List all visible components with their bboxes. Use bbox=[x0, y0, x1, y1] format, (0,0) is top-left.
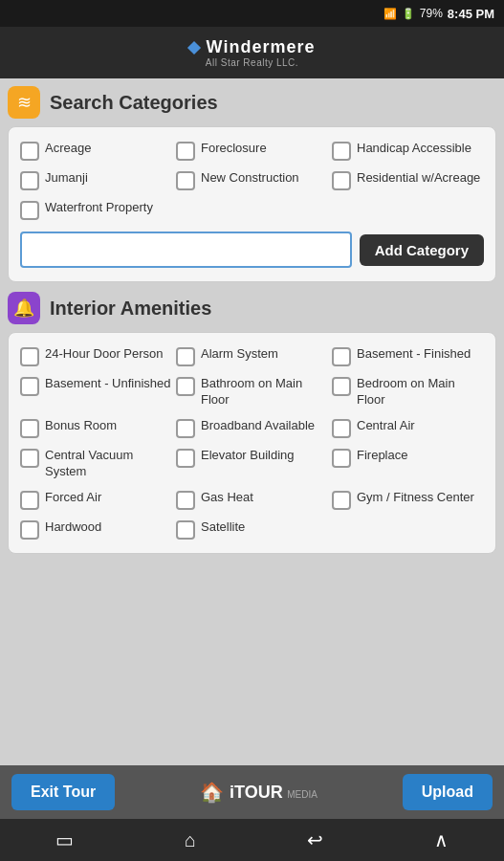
interior-amenities-title: Interior Amenities bbox=[50, 298, 211, 320]
list-item[interactable]: Acreage bbox=[20, 141, 172, 161]
acreage-checkbox[interactable] bbox=[20, 142, 39, 161]
broadband-checkbox[interactable] bbox=[176, 419, 195, 438]
app-logo: Windermere bbox=[189, 37, 316, 57]
bedroom-main-checkbox[interactable] bbox=[332, 377, 351, 396]
waterfront-checkbox[interactable] bbox=[20, 201, 39, 220]
wifi-icon: 📶 bbox=[383, 8, 397, 20]
recent-apps-icon[interactable]: ▭ bbox=[55, 828, 74, 851]
list-item[interactable]: Alarm System bbox=[176, 346, 328, 366]
chevron-up-icon[interactable]: ∧ bbox=[434, 828, 449, 851]
list-item[interactable]: Hardwood bbox=[20, 519, 172, 540]
list-item[interactable]: 24-Hour Door Person bbox=[20, 346, 172, 366]
upload-button[interactable]: Upload bbox=[403, 774, 493, 810]
elevator-label: Elevator Building bbox=[201, 448, 295, 464]
back-icon[interactable]: ↩ bbox=[307, 828, 323, 851]
basement-finished-checkbox[interactable] bbox=[332, 347, 351, 366]
list-item[interactable]: Jumanji bbox=[20, 170, 172, 190]
jumanji-checkbox[interactable] bbox=[20, 171, 39, 190]
basement-unfinished-label: Basement - Unfinished bbox=[45, 376, 171, 392]
search-categories-title: Search Categories bbox=[50, 92, 218, 114]
bathroom-main-label: Bathroom on Main Floor bbox=[201, 376, 328, 408]
camera-icon: 🏠 bbox=[200, 781, 224, 804]
foreclosure-checkbox[interactable] bbox=[176, 142, 195, 161]
satellite-label: Satellite bbox=[201, 519, 245, 536]
list-item[interactable]: Foreclosure bbox=[176, 141, 328, 161]
search-categories-grid: Acreage Foreclosure Handicap Accessible … bbox=[20, 141, 484, 190]
search-categories-icon: ≋ bbox=[8, 86, 40, 119]
list-item[interactable]: Central Vacuum System bbox=[20, 448, 172, 480]
elevator-checkbox[interactable] bbox=[176, 449, 195, 468]
itour-sub: MEDIA bbox=[287, 789, 318, 800]
forced-air-label: Forced Air bbox=[45, 490, 101, 506]
24-hour-label: 24-Hour Door Person bbox=[45, 346, 164, 363]
hardwood-label: Hardwood bbox=[45, 519, 101, 536]
list-item[interactable]: Handicap Accessible bbox=[332, 141, 484, 161]
basement-finished-label: Basement - Finished bbox=[357, 346, 471, 363]
home-icon[interactable]: ⌂ bbox=[185, 829, 196, 851]
alarm-checkbox[interactable] bbox=[176, 347, 195, 366]
interior-amenities-icon: 🔔 bbox=[8, 292, 40, 324]
list-item[interactable]: Gas Heat bbox=[176, 490, 328, 510]
list-item[interactable]: Forced Air bbox=[20, 490, 172, 510]
list-item[interactable]: Waterfront Property bbox=[20, 200, 484, 220]
battery-icon: 🔋 bbox=[402, 8, 415, 20]
list-item[interactable]: Residential w/Acreage bbox=[332, 170, 484, 190]
itour-text: iTOUR bbox=[230, 783, 283, 802]
bonus-room-label: Bonus Room bbox=[45, 418, 117, 434]
logo-subtitle: All Star Realty LLC. bbox=[206, 57, 298, 68]
add-category-button[interactable]: Add Category bbox=[360, 234, 484, 266]
waterfront-label: Waterfront Property bbox=[45, 200, 153, 216]
list-item[interactable]: New Construction bbox=[176, 170, 328, 190]
forced-air-checkbox[interactable] bbox=[20, 491, 39, 510]
broadband-label: Broadband Available bbox=[201, 418, 315, 434]
itour-brand: 🏠 iTOUR MEDIA bbox=[200, 781, 318, 804]
list-item[interactable]: Fireplace bbox=[332, 448, 484, 480]
search-categories-header: ≋ Search Categories bbox=[8, 86, 496, 119]
exit-tour-button[interactable]: Exit Tour bbox=[11, 774, 115, 810]
interior-amenities-grid: 24-Hour Door Person Alarm System Basemen… bbox=[20, 346, 484, 540]
logo-diamond bbox=[186, 40, 200, 54]
handicap-label: Handicap Accessible bbox=[357, 141, 471, 157]
main-content: ≋ Search Categories Acreage Foreclosure … bbox=[0, 78, 504, 765]
bonus-room-checkbox[interactable] bbox=[20, 419, 39, 438]
central-air-checkbox[interactable] bbox=[332, 419, 351, 438]
list-item[interactable]: Gym / Fitness Center bbox=[332, 490, 484, 510]
new-construction-label: New Construction bbox=[201, 170, 299, 187]
handicap-checkbox[interactable] bbox=[332, 142, 351, 161]
central-vacuum-label: Central Vacuum System bbox=[45, 448, 172, 480]
list-item[interactable]: Bathroom on Main Floor bbox=[176, 376, 328, 408]
list-item[interactable]: Broadband Available bbox=[176, 418, 328, 438]
list-item[interactable]: Elevator Building bbox=[176, 448, 328, 480]
itour-text-group: iTOUR MEDIA bbox=[230, 783, 318, 803]
list-item[interactable]: Basement - Unfinished bbox=[20, 376, 172, 408]
basement-unfinished-checkbox[interactable] bbox=[20, 377, 39, 396]
satellite-checkbox[interactable] bbox=[176, 520, 195, 540]
interior-amenities-card: 24-Hour Door Person Alarm System Basemen… bbox=[8, 332, 496, 554]
logo-text: Windermere bbox=[207, 37, 316, 57]
fireplace-label: Fireplace bbox=[357, 448, 407, 464]
central-vacuum-checkbox[interactable] bbox=[20, 449, 39, 468]
bathroom-main-checkbox[interactable] bbox=[176, 377, 195, 396]
fireplace-checkbox[interactable] bbox=[332, 449, 351, 468]
wave-icon: ≋ bbox=[17, 92, 32, 113]
residential-acreage-checkbox[interactable] bbox=[332, 171, 351, 190]
list-item[interactable]: Bedroom on Main Floor bbox=[332, 376, 484, 408]
foreclosure-label: Foreclosure bbox=[201, 141, 267, 157]
interior-amenities-header: 🔔 Interior Amenities bbox=[8, 292, 496, 324]
residential-acreage-label: Residential w/Acreage bbox=[357, 170, 480, 187]
bell-icon: 🔔 bbox=[13, 298, 34, 319]
24-hour-checkbox[interactable] bbox=[20, 347, 39, 366]
list-item[interactable]: Bonus Room bbox=[20, 418, 172, 438]
hardwood-checkbox[interactable] bbox=[20, 520, 39, 540]
gym-checkbox[interactable] bbox=[332, 491, 351, 510]
add-category-input[interactable] bbox=[20, 232, 352, 268]
new-construction-checkbox[interactable] bbox=[176, 171, 195, 190]
battery-percent: 79% bbox=[420, 7, 443, 20]
list-item[interactable]: Basement - Finished bbox=[332, 346, 484, 366]
gas-heat-label: Gas Heat bbox=[201, 490, 253, 506]
list-item[interactable]: Satellite bbox=[176, 519, 328, 540]
list-item[interactable]: Central Air bbox=[332, 418, 484, 438]
acreage-label: Acreage bbox=[45, 141, 91, 157]
app-header: Windermere All Star Realty LLC. bbox=[0, 27, 504, 78]
gas-heat-checkbox[interactable] bbox=[176, 491, 195, 510]
